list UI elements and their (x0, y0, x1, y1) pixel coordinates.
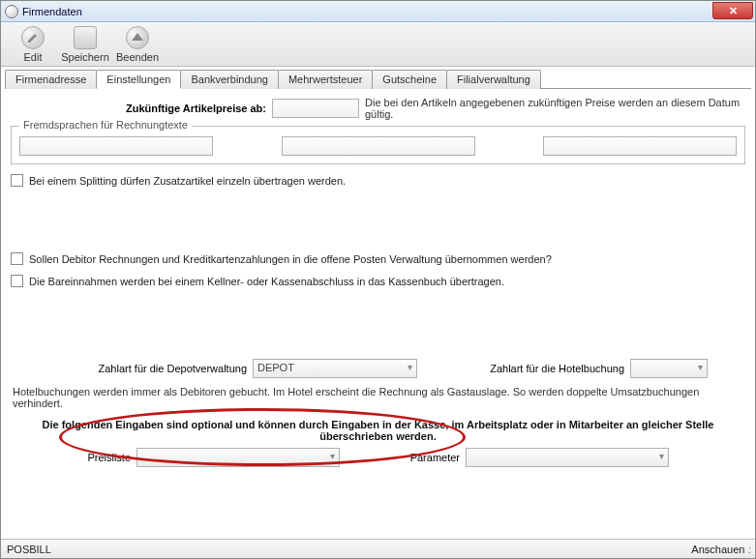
statusbar: POSBILL Anschauen .: (1, 539, 755, 558)
debitor-label: Sollen Debitor Rechnungen und Kreditkart… (29, 253, 552, 265)
app-icon (5, 5, 18, 18)
lang-fieldset: Fremdsprachen für Rechnungtexte (11, 126, 745, 164)
optional-note: Die folgenden Eingaben sind optional und… (30, 419, 726, 442)
lang2-input[interactable] (282, 136, 475, 156)
tab-einstellungen[interactable]: Einstellungen (96, 70, 181, 89)
future-prices-input[interactable] (272, 99, 359, 118)
parameter-label: Parameter (340, 452, 466, 463)
disk-icon (74, 26, 97, 49)
splitting-row: Bei einem Splitting dürfen Zusatzartikel… (11, 174, 745, 187)
tab-filialverwaltung[interactable]: Filialverwaltung (446, 70, 541, 89)
depot-label: Zahlart für die Depotverwaltung (11, 363, 253, 374)
toolbar: Edit Speichern Beenden (1, 22, 755, 67)
save-label: Speichern (61, 51, 109, 63)
titlebar: Firmendaten ✕ (1, 1, 755, 22)
tab-bankverbindung[interactable]: Bankverbindung (180, 70, 279, 89)
quit-button[interactable]: Beenden (111, 26, 164, 63)
bareinnahmen-label: Die Bareinnahmen werden bei einem Kellne… (29, 276, 504, 287)
splitting-label: Bei einem Splitting dürfen Zusatzartikel… (29, 175, 346, 187)
edit-label: Edit (24, 51, 43, 63)
preisliste-label: Preisliste (11, 452, 136, 463)
exit-icon (126, 26, 149, 49)
tab-mehrwertsteuer[interactable]: Mehrwertsteuer (278, 70, 373, 89)
hotel-combo[interactable] (630, 359, 708, 378)
debitor-row: Sollen Debitor Rechnungen und Kreditkart… (11, 252, 745, 265)
status-right: Anschauen (691, 544, 744, 555)
depot-combo[interactable]: DEPOT (253, 359, 417, 378)
splitting-checkbox[interactable] (11, 174, 23, 187)
window-title: Firmendaten (22, 6, 82, 17)
future-prices-label: Zukünftige Artikelpreise ab: (11, 103, 272, 114)
hotel-note: Hotelbuchungen werden immer als Debitore… (13, 386, 743, 409)
resize-grip[interactable]: .: (747, 544, 749, 555)
save-button[interactable]: Speichern (59, 26, 111, 63)
bareinnahmen-row: Die Bareinnahmen werden bei einem Kellne… (11, 275, 745, 287)
pencil-icon (21, 26, 45, 49)
future-prices-help: Die bei den Artikeln angegebenen zukünft… (365, 97, 745, 120)
tab-firmenadresse[interactable]: Firmenadresse (5, 70, 97, 89)
lang3-input[interactable] (543, 136, 737, 156)
tab-gutscheine[interactable]: Gutscheine (372, 70, 447, 89)
edit-button[interactable]: Edit (7, 26, 59, 63)
tab-content: Zukünftige Artikelpreise ab: Die bei den… (1, 89, 755, 538)
hotel-label: Zahlart für die Hotelbuchung (417, 363, 630, 374)
preisliste-combo[interactable] (136, 448, 340, 467)
bareinnahmen-checkbox[interactable] (11, 275, 23, 287)
tabs: Firmenadresse Einstellungen Bankverbindu… (5, 69, 751, 89)
close-button[interactable]: ✕ (712, 2, 753, 19)
status-left: POSBILL (7, 544, 51, 555)
lang-legend: Fremdsprachen für Rechnungtexte (19, 119, 192, 131)
debitor-checkbox[interactable] (11, 252, 23, 265)
lang1-input[interactable] (19, 136, 213, 156)
parameter-combo[interactable] (466, 448, 669, 467)
quit-label: Beenden (116, 51, 159, 63)
